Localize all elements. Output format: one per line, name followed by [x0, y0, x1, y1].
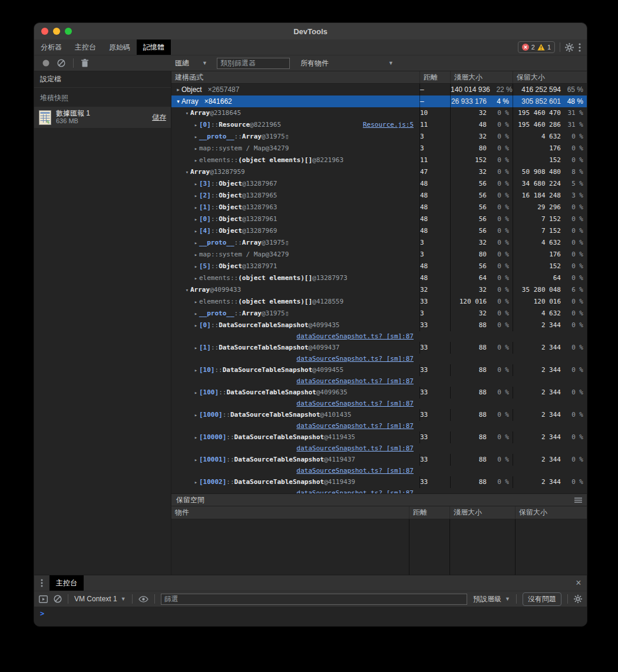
heap-row[interactable]: ▸[3] :: Object @1328796748560 %34 680 22… [171, 178, 587, 190]
heap-row[interactable]: ▸elements :: (object elements)[] @132879… [171, 272, 587, 284]
expand-arrow-icon[interactable]: ▾ [175, 95, 181, 107]
tab-memory[interactable]: 記憶體 [137, 39, 171, 55]
expand-arrow-icon[interactable]: ▸ [193, 342, 199, 354]
heap-row[interactable]: ▸__proto__ :: Array @31975 ▯3320 %4 6320… [171, 131, 587, 143]
expand-arrow-icon[interactable]: ▸ [193, 143, 199, 154]
heap-row[interactable]: ▸map :: system / Map @342793800 %1760 % [171, 143, 587, 154]
execution-context-select[interactable]: VM Context 1 ▼ [74, 595, 126, 603]
heap-row[interactable]: ▸[10001] :: DataSourceTableSnapshot @411… [171, 454, 587, 476]
snapshot-item[interactable]: % 數據匯報 1 636 MB 儲存 [34, 107, 171, 128]
expand-arrow-icon[interactable]: ▸ [193, 178, 199, 190]
expand-arrow-icon[interactable]: ▸ [193, 431, 199, 443]
expand-arrow-icon[interactable]: ▸ [193, 202, 199, 213]
drawer-tab-console[interactable]: 主控台 [49, 575, 84, 591]
expand-arrow-icon[interactable]: ▾ [184, 107, 190, 119]
heap-row[interactable]: ▾Array @1328795947320 %50 908 4808 % [171, 166, 587, 178]
expand-arrow-icon[interactable]: ▸ [193, 190, 199, 202]
column-header-constructor[interactable]: 建構函式 [171, 71, 419, 83]
column-header-retained-size[interactable]: 保留大小 [513, 71, 587, 83]
heap-row[interactable]: ▸[10000] :: DataSourceTableSnapshot @411… [171, 431, 587, 454]
source-link[interactable]: dataSourceSnapshot.ts? [sm]:87 [296, 399, 414, 409]
heap-row[interactable]: ▸elements :: (object elements)[] @822196… [171, 154, 587, 166]
expand-arrow-icon[interactable]: ▾ [184, 284, 190, 296]
column-header-distance[interactable]: 距離 [419, 71, 450, 83]
issues-button[interactable]: 沒有問題 [523, 592, 561, 606]
source-link[interactable]: dataSourceSnapshot.ts? [sm]:87 [296, 332, 414, 341]
source-link[interactable]: dataSourceSnapshot.ts? [sm]:87 [296, 489, 414, 493]
source-link[interactable]: dataSourceSnapshot.ts? [sm]:87 [296, 377, 414, 386]
class-filter-input[interactable] [217, 58, 290, 69]
heap-row[interactable]: ▸[5] :: Object @1328797148560 %1520 % [171, 261, 587, 272]
column-header-distance[interactable]: 距離 [409, 506, 450, 519]
source-link[interactable]: dataSourceSnapshot.ts? [sm]:87 [296, 354, 414, 364]
heap-row[interactable]: ▸__proto__ :: Array @31975 ▯3320 %4 6320… [171, 308, 587, 319]
perspective-select[interactable]: 匯總 ▼ [171, 58, 211, 68]
heap-row[interactable]: ▸[0] :: DataSourceTableSnapshot @4099435… [171, 319, 587, 342]
issues-badge[interactable]: 2 1 [518, 41, 555, 53]
heap-row[interactable]: ▸[1] :: DataSourceTableSnapshot @4099437… [171, 342, 587, 364]
expand-arrow-icon[interactable]: ▸ [193, 237, 199, 249]
source-link[interactable]: dataSourceSnapshot.ts? [sm]:87 [296, 421, 414, 431]
expand-arrow-icon[interactable]: ▸ [193, 225, 199, 237]
expand-arrow-icon[interactable]: ▸ [193, 296, 199, 308]
console-filter-input[interactable] [161, 594, 467, 605]
heap-row[interactable]: ▸[100] :: DataSourceTableSnapshot @40996… [171, 387, 587, 409]
tab-profiler[interactable]: 分析器 [34, 39, 68, 55]
heap-row[interactable]: ▸[0] :: Object @1328796148560 %7 1520 % [171, 213, 587, 225]
record-heap-icon[interactable] [42, 60, 49, 67]
retainers-menu-icon[interactable] [574, 498, 582, 503]
heap-row[interactable]: ▸[1] :: Object @1328796348560 %29 2960 % [171, 202, 587, 213]
source-link[interactable]: Resource.js:5 [363, 119, 419, 131]
heap-row[interactable]: ▸[10] :: DataSourceTableSnapshot @409945… [171, 364, 587, 387]
heap-row[interactable]: ▾Array @409943332320 %35 280 0486 % [171, 284, 587, 296]
expand-arrow-icon[interactable]: ▸ [193, 213, 199, 225]
heap-row[interactable]: ▸[1000] :: DataSourceTableSnapshot @4101… [171, 409, 587, 431]
expand-arrow-icon[interactable]: ▸ [193, 272, 199, 284]
column-header-object[interactable]: 物件 [171, 506, 409, 519]
expand-arrow-icon[interactable]: ▸ [193, 454, 199, 466]
expand-arrow-icon[interactable]: ▸ [193, 387, 199, 398]
source-link[interactable]: dataSourceSnapshot.ts? [sm]:87 [296, 444, 414, 453]
expand-arrow-icon[interactable]: ▸ [175, 84, 181, 95]
expand-arrow-icon[interactable]: ▸ [193, 249, 199, 261]
column-header-shallow-size[interactable]: 淺層大小 [450, 71, 513, 83]
settings-gear-icon[interactable] [565, 43, 574, 52]
heap-row[interactable]: ▾Array×841662–26 933 1764 %305 852 60148… [171, 95, 587, 107]
heap-row[interactable]: ▾Array @231864510320 %195 460 47031 % [171, 107, 587, 119]
console-settings-gear-icon[interactable] [574, 595, 582, 603]
expand-arrow-icon[interactable]: ▸ [193, 476, 199, 488]
expand-arrow-icon[interactable]: ▸ [193, 154, 199, 166]
expand-arrow-icon[interactable]: ▾ [184, 166, 190, 178]
heap-row[interactable]: ▸Object×2657487–140 014 93622 %416 252 5… [171, 84, 587, 95]
tab-sources[interactable]: 原始碼 [103, 39, 137, 55]
column-header-shallow-size[interactable]: 淺層大小 [450, 506, 515, 519]
more-menu-icon[interactable] [579, 43, 581, 52]
objects-scope-select[interactable]: 所有物件 ▼ [297, 58, 397, 68]
delete-profile-icon[interactable] [81, 59, 88, 67]
clear-profiles-icon[interactable] [57, 59, 65, 67]
source-link[interactable]: dataSourceSnapshot.ts? [sm]:87 [296, 466, 414, 476]
heap-row[interactable]: ▸[2] :: Object @1328796548560 %16 184 24… [171, 190, 587, 202]
live-expression-eye-icon[interactable] [138, 596, 148, 602]
expand-arrow-icon[interactable]: ▸ [193, 364, 199, 376]
heap-row[interactable]: ▸__proto__ :: Array @31975 ▯3320 %4 6320… [171, 237, 587, 249]
expand-arrow-icon[interactable]: ▸ [193, 319, 199, 331]
heap-row[interactable]: ▸map :: system / Map @342793800 %1760 % [171, 249, 587, 261]
tab-console[interactable]: 主控台 [68, 39, 103, 55]
drawer-menu-icon[interactable] [34, 575, 49, 591]
console-output[interactable]: > [34, 607, 587, 626]
clear-console-icon[interactable] [54, 595, 62, 603]
log-levels-select[interactable]: 預設層級 ▼ [473, 594, 510, 604]
heap-row[interactable]: ▸[0] :: Resource @8221965Resource.js:511… [171, 119, 587, 131]
expand-arrow-icon[interactable]: ▸ [193, 308, 199, 319]
column-header-retained-size[interactable]: 保留大小 [515, 506, 587, 519]
close-drawer-icon[interactable]: × [570, 575, 587, 591]
expand-arrow-icon[interactable]: ▸ [193, 261, 199, 272]
save-snapshot-link[interactable]: 儲存 [152, 113, 166, 123]
heap-row[interactable]: ▸elements :: (object elements)[] @412855… [171, 296, 587, 308]
console-sidebar-icon[interactable] [39, 595, 48, 603]
expand-arrow-icon[interactable]: ▸ [193, 131, 199, 143]
heap-row[interactable]: ▸[10002] :: DataSourceTableSnapshot @411… [171, 476, 587, 493]
heap-row[interactable]: ▸[4] :: Object @1328796948560 %7 1520 % [171, 225, 587, 237]
expand-arrow-icon[interactable]: ▸ [193, 409, 199, 421]
